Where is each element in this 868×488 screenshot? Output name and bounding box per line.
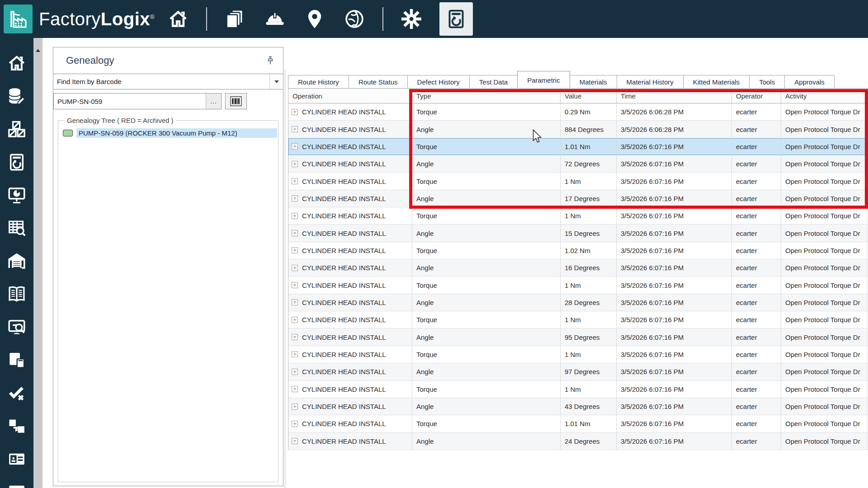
- expand-icon[interactable]: +: [292, 282, 298, 288]
- expand-icon[interactable]: +: [292, 421, 298, 427]
- sidebar-id-card-icon[interactable]: [7, 449, 27, 469]
- sidebar-monitor-search-icon[interactable]: [7, 317, 27, 337]
- type-cell: Angle: [412, 328, 561, 345]
- expand-icon[interactable]: +: [292, 247, 298, 253]
- tab-test-data[interactable]: Test Data: [469, 75, 518, 88]
- table-row[interactable]: +CYLINDER HEAD INSTALLAngle43 Degrees3/5…: [288, 398, 868, 415]
- table-row[interactable]: +CYLINDER HEAD INSTALLTorque1.02 Nm3/5/2…: [288, 242, 868, 259]
- genealogy-icon[interactable]: [439, 2, 473, 36]
- table-row[interactable]: +CYLINDER HEAD INSTALLTorque1 Nm3/5/2026…: [288, 346, 868, 363]
- table-row[interactable]: +CYLINDER HEAD INSTALLAngle884 Degrees3/…: [288, 121, 868, 138]
- column-header-activity[interactable]: Activity: [781, 89, 868, 103]
- sidebar-boxes-icon[interactable]: [7, 119, 27, 139]
- table-row[interactable]: +CYLINDER HEAD INSTALLTorque1 Nm3/5/2026…: [288, 311, 868, 328]
- table-row[interactable]: +CYLINDER HEAD INSTALLAngle95 Degrees3/5…: [288, 328, 868, 346]
- globe-icon[interactable]: [343, 7, 366, 31]
- expand-icon[interactable]: +: [292, 230, 298, 236]
- table-row[interactable]: +CYLINDER HEAD INSTALLAngle28 Degrees3/5…: [288, 294, 868, 311]
- tab-approvals[interactable]: Approvals: [784, 75, 835, 88]
- sidebar-book-icon[interactable]: [7, 284, 27, 304]
- table-row[interactable]: +CYLINDER HEAD INSTALLTorque1 Nm3/5/2026…: [288, 173, 868, 190]
- table-row[interactable]: +CYLINDER HEAD INSTALLAngle97 Degrees3/5…: [288, 363, 868, 380]
- hardhat-icon[interactable]: [263, 7, 287, 31]
- table-row[interactable]: +CYLINDER HEAD INSTALLTorque1 Nm3/5/2026…: [288, 277, 868, 294]
- sidebar-warehouse-icon[interactable]: [7, 251, 27, 271]
- pin-icon[interactable]: [265, 55, 276, 66]
- sidebar-check-x-icon[interactable]: [7, 383, 27, 403]
- expand-icon[interactable]: +: [292, 369, 298, 375]
- sidebar-transfer-icon[interactable]: [7, 416, 27, 436]
- barcode-input[interactable]: PUMP-SN-059 ...: [53, 93, 222, 109]
- table-row[interactable]: +CYLINDER HEAD INSTALLTorque0.29 Nm3/5/2…: [288, 103, 868, 121]
- panel-splitter[interactable]: [285, 70, 285, 488]
- expand-icon[interactable]: +: [292, 265, 298, 271]
- tab-route-status[interactable]: Route Status: [349, 75, 408, 88]
- scroll-up-icon[interactable]: [36, 49, 40, 52]
- tab-defect-history[interactable]: Defect History: [407, 75, 470, 88]
- expand-icon[interactable]: +: [292, 143, 298, 150]
- expand-icon[interactable]: +: [292, 438, 298, 444]
- copies-icon[interactable]: [223, 7, 247, 31]
- expand-icon[interactable]: +: [292, 213, 298, 219]
- tab-materials[interactable]: Materials: [570, 75, 617, 88]
- expand-icon[interactable]: +: [292, 334, 298, 340]
- sidebar-table-search-icon[interactable]: [7, 218, 27, 238]
- value-cell: 24 Degrees: [561, 433, 617, 450]
- browse-button[interactable]: ...: [206, 94, 221, 109]
- operation-cell: +CYLINDER HEAD INSTALL: [288, 103, 412, 120]
- table-row[interactable]: +CYLINDER HEAD INSTALLAngle15 Degrees3/5…: [288, 225, 868, 242]
- location-pin-icon[interactable]: [303, 7, 326, 31]
- column-header-type[interactable]: Type: [412, 89, 561, 103]
- tab-kitted-materials[interactable]: Kitted Materials: [683, 75, 750, 88]
- sidebar-monitor-edit-icon[interactable]: [7, 482, 27, 488]
- sidebar-home-icon[interactable]: [7, 53, 27, 73]
- sidebar-scrollbar[interactable]: [33, 38, 42, 488]
- home-icon[interactable]: [166, 7, 190, 31]
- column-header-time[interactable]: Time: [617, 89, 732, 103]
- brand-light: Factory: [39, 9, 101, 29]
- operation-text: CYLINDER HEAD INSTALL: [302, 178, 386, 185]
- find-item-mode-select[interactable]: Find Item by Barcode: [53, 74, 283, 89]
- column-header-operator[interactable]: Operator: [732, 89, 781, 103]
- sidebar-database-edit-icon[interactable]: [7, 86, 27, 106]
- table-row[interactable]: +CYLINDER HEAD INSTALLAngle17 Degrees3/5…: [288, 190, 868, 207]
- table-row[interactable]: +CYLINDER HEAD INSTALLTorque1.01 Nm3/5/2…: [288, 415, 868, 432]
- expand-icon[interactable]: +: [292, 299, 298, 305]
- expand-icon[interactable]: +: [292, 126, 298, 132]
- column-header-value[interactable]: Value: [561, 89, 617, 103]
- time-cell: 3/5/2026 6:07:16 PM: [617, 346, 732, 363]
- expand-icon[interactable]: +: [292, 404, 298, 410]
- table-row[interactable]: +CYLINDER HEAD INSTALLTorque1 Nm3/5/2026…: [288, 207, 868, 225]
- operation-cell: +CYLINDER HEAD INSTALL: [288, 433, 412, 450]
- activity-cell: Open Protocol Torque Dr: [781, 415, 868, 432]
- gear-icon[interactable]: [400, 7, 423, 31]
- table-row[interactable]: +CYLINDER HEAD INSTALLAngle72 Degrees3/5…: [288, 155, 868, 173]
- time-cell: 3/5/2026 6:07:16 PM: [617, 242, 732, 259]
- tab-route-history[interactable]: Route History: [288, 75, 349, 88]
- expand-icon[interactable]: +: [292, 195, 298, 202]
- expand-icon[interactable]: +: [292, 178, 298, 184]
- expand-icon[interactable]: +: [292, 109, 298, 115]
- tree-item[interactable]: PUMP-SN-059 (ROCKER 300 Vacuum Pump - M1…: [63, 127, 277, 139]
- expand-icon[interactable]: +: [292, 317, 298, 323]
- scan-barcode-button[interactable]: [225, 93, 247, 109]
- table-row[interactable]: +CYLINDER HEAD INSTALLTorque1.01 Nm3/5/2…: [288, 138, 868, 155]
- expand-icon[interactable]: +: [292, 386, 298, 392]
- tab-material-history[interactable]: Material History: [617, 75, 684, 88]
- table-row[interactable]: +CYLINDER HEAD INSTALLAngle24 Degrees3/5…: [288, 433, 868, 450]
- operation-text: CYLINDER HEAD INSTALL: [302, 108, 386, 116]
- chevron-down-icon[interactable]: [269, 74, 283, 89]
- tab-tools[interactable]: Tools: [749, 75, 785, 88]
- table-row[interactable]: +CYLINDER HEAD INSTALLAngle16 Degrees3/5…: [288, 259, 868, 277]
- expand-icon[interactable]: +: [292, 161, 298, 167]
- sidebar-monitor-chart-icon[interactable]: [7, 185, 27, 205]
- time-cell: 3/5/2026 6:06:28 PM: [617, 121, 732, 137]
- table-row[interactable]: +CYLINDER HEAD INSTALLTorque1 Nm3/5/2026…: [288, 381, 868, 398]
- factorylogix-logo-icon[interactable]: [4, 5, 33, 33]
- activity-cell: Open Protocol Torque Dr: [781, 277, 868, 293]
- tab-parametric[interactable]: Parametric: [517, 71, 570, 89]
- expand-icon[interactable]: +: [292, 351, 298, 357]
- sidebar-devices-icon[interactable]: [7, 350, 27, 370]
- sidebar-genealogy-icon[interactable]: [7, 152, 27, 172]
- column-header-operation[interactable]: Operation: [288, 89, 412, 103]
